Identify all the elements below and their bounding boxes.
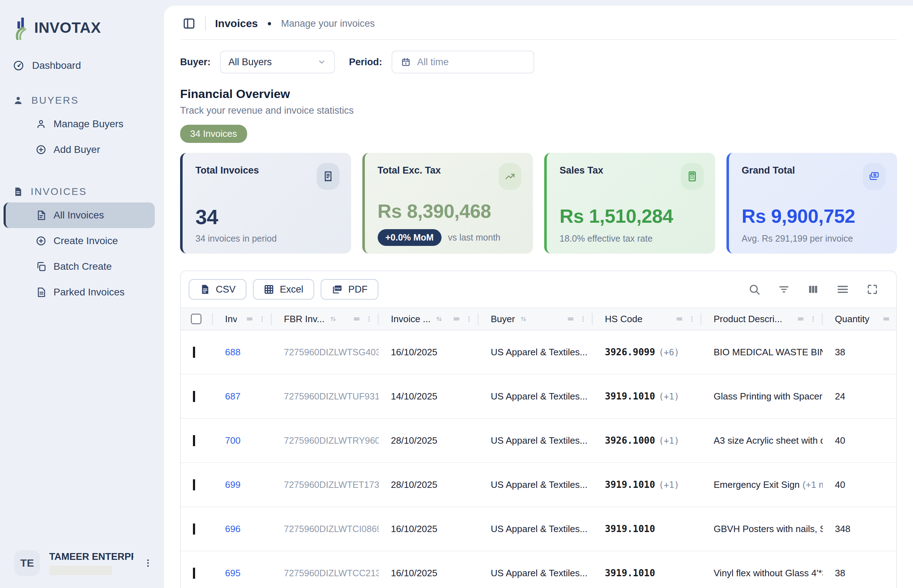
column-header-invoice-date[interactable]: Invoice ...: [379, 308, 479, 330]
table-actions: [748, 283, 889, 296]
user-subtitle-redacted: [49, 565, 112, 575]
product-description: A3 size Acrylic sheet with des: [714, 435, 823, 446]
export-label: PDF: [348, 284, 368, 295]
search-icon[interactable]: [748, 283, 761, 296]
table-row[interactable]: 695 7275960DIZLWTCC21390 16/10/2025 US A…: [181, 551, 896, 588]
table-row[interactable]: 700 7275960DIZLWTRY96010 28/10/2025 US A…: [181, 419, 896, 463]
table-row[interactable]: 688 7275960DIZLWTSG4036 16/10/2025 US Ap…: [181, 330, 896, 375]
resize-handle-icon[interactable]: [882, 315, 890, 323]
table-header-row: Inv FBR Inv... Invoice ...: [181, 307, 896, 330]
export-pdf-button[interactable]: PDF PDF: [321, 279, 379, 300]
row-density-icon[interactable]: [836, 283, 849, 296]
product-description: GBVH Posters with nails, Size: [714, 523, 823, 534]
file-pdf-icon: PDF: [331, 284, 343, 295]
product-description: Glass Printing with Spacer Fi: [714, 391, 823, 402]
sort-icon[interactable]: [519, 315, 528, 323]
hs-code-extra: (+6): [659, 347, 679, 357]
calendar-icon: [401, 57, 411, 67]
column-header-inv[interactable]: Inv: [213, 308, 272, 330]
export-csv-button[interactable]: CSV: [189, 279, 246, 300]
select-all-checkbox[interactable]: [191, 313, 201, 324]
section-header-invoices: INVOICES: [13, 186, 164, 197]
section-label: BUYERS: [31, 95, 79, 106]
sidebar-item-parked-invoices[interactable]: Parked Invoices: [13, 279, 155, 305]
user-icon: [13, 95, 24, 106]
buyer-select-value: All Buyers: [228, 57, 272, 68]
column-menu-icon[interactable]: [579, 315, 587, 323]
resize-handle-icon[interactable]: [352, 315, 361, 323]
quantity: 40: [823, 479, 896, 490]
sidebar-item-batch-create[interactable]: Batch Create: [13, 254, 155, 279]
user-name: TAMEER ENTERPRIS...: [49, 551, 133, 562]
user-card[interactable]: TE TAMEER ENTERPRIS...: [0, 541, 164, 588]
row-checkbox[interactable]: [193, 347, 195, 358]
sort-icon[interactable]: [329, 315, 337, 323]
filter-icon[interactable]: [778, 283, 790, 296]
plus-circle-icon: [36, 236, 46, 246]
sidebar-toggle-icon[interactable]: [182, 17, 196, 30]
row-checkbox[interactable]: [193, 435, 195, 446]
quantity: 38: [823, 568, 896, 579]
column-header-quantity[interactable]: Quantity: [823, 308, 896, 330]
product-description: BIO MEDICAL WASTE BIN ST: [714, 347, 823, 357]
invoice-count-badge: 34 Invoices: [180, 125, 247, 143]
product-description: Vinyl flex without Glass 4'*3': [714, 568, 823, 578]
row-checkbox[interactable]: [193, 391, 195, 402]
resize-handle-icon[interactable]: [567, 315, 575, 323]
sidebar-item-dashboard[interactable]: Dashboard: [13, 60, 164, 71]
kebab-menu-icon[interactable]: [142, 558, 153, 569]
column-header-fbr-inv[interactable]: FBR Inv...: [272, 308, 379, 330]
page-subtitle: Manage your invoices: [281, 18, 375, 29]
fbr-invoice-number: 7275960DIZLWTCC21390: [272, 568, 379, 578]
export-label: CSV: [216, 284, 236, 295]
resize-handle-icon[interactable]: [675, 315, 684, 323]
sidebar-item-add-buyer[interactable]: Add Buyer: [13, 137, 155, 163]
row-checkbox[interactable]: [193, 479, 195, 490]
row-checkbox[interactable]: [193, 523, 195, 535]
sidebar-item-manage-buyers[interactable]: Manage Buyers: [13, 111, 155, 137]
resize-handle-icon[interactable]: [452, 315, 461, 323]
column-header-buyer[interactable]: Buyer: [479, 308, 593, 330]
sidebar-item-all-invoices[interactable]: All Invoices: [3, 202, 155, 228]
column-menu-icon[interactable]: [365, 315, 373, 323]
fbr-invoice-number: 7275960DIZLWTUF93168: [272, 391, 379, 402]
invoice-link[interactable]: 700: [225, 435, 240, 446]
sort-icon[interactable]: [435, 315, 443, 323]
table-row[interactable]: 696 7275960DIZLWTCI08698 16/10/2025 US A…: [181, 507, 896, 551]
fullscreen-icon[interactable]: [866, 283, 878, 296]
svg-text:PDF: PDF: [335, 287, 341, 290]
grid-icon: [264, 284, 274, 295]
table-row[interactable]: 699 7275960DIZLWTET17308 28/10/2025 US A…: [181, 463, 896, 507]
resize-handle-icon[interactable]: [796, 315, 805, 323]
invoice-date: 14/10/2025: [379, 391, 479, 402]
export-excel-button[interactable]: Excel: [253, 279, 314, 300]
hs-code-extra: (+1): [659, 392, 679, 402]
sidebar: INVOTAX Dashboard BUYERS Manage Buyer: [0, 0, 164, 588]
mom-badge: +0.0% MoM: [378, 229, 442, 246]
invoice-link[interactable]: 699: [225, 479, 240, 490]
invoice-link[interactable]: 696: [225, 523, 240, 534]
buyer-select[interactable]: All Buyers: [220, 51, 335, 73]
sidebar-item-create-invoice[interactable]: Create Invoice: [13, 228, 155, 254]
hs-code: 3919.1010: [605, 523, 655, 534]
invoice-link[interactable]: 695: [225, 568, 240, 578]
copy-icon: [36, 261, 46, 272]
topbar: Invoices Manage your invoices: [180, 6, 897, 40]
columns-icon[interactable]: [807, 283, 819, 296]
card-sub: 34 invoices in period: [196, 233, 277, 244]
column-menu-icon[interactable]: [688, 315, 696, 323]
row-checkbox[interactable]: [193, 568, 195, 579]
period-filter-label: Period:: [349, 57, 382, 68]
table-row[interactable]: 687 7275960DIZLWTUF93168 14/10/2025 US A…: [181, 375, 896, 419]
column-header-hs-code[interactable]: HS Code: [593, 308, 701, 330]
column-menu-icon[interactable]: [809, 315, 817, 323]
stat-card-sales-tax: Sales Tax Rs 1,510,284 18.0% effective t…: [544, 153, 715, 254]
column-menu-icon[interactable]: [465, 315, 473, 323]
period-value: All time: [417, 57, 449, 68]
column-menu-icon[interactable]: [258, 315, 266, 323]
resize-handle-icon[interactable]: [245, 315, 254, 323]
invoice-link[interactable]: 687: [225, 391, 240, 402]
invoice-link[interactable]: 688: [225, 347, 240, 357]
period-input[interactable]: All time: [392, 51, 534, 73]
column-header-product[interactable]: Product Descri...: [701, 308, 823, 330]
